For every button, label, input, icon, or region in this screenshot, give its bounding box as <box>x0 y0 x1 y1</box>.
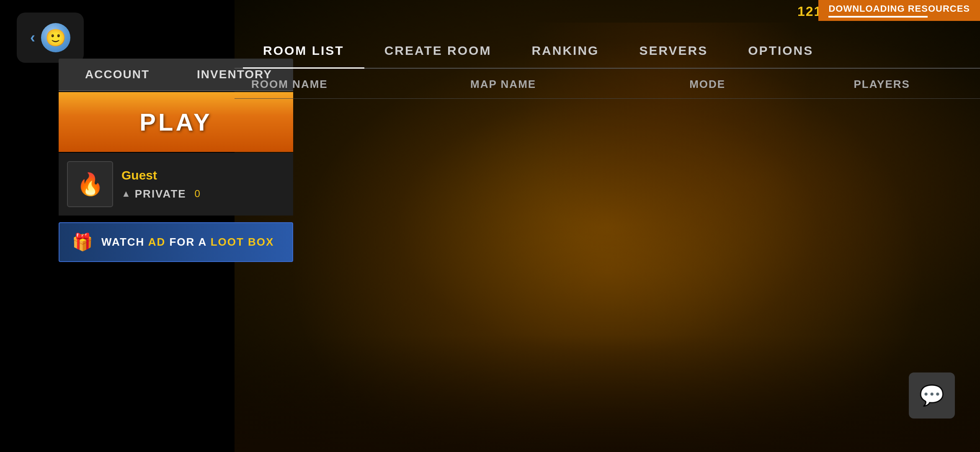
rank-number: 0 <box>195 188 200 200</box>
back-icon[interactable]: ‹ <box>30 29 35 46</box>
loot-banner-text: WATCH AD FOR A LOOT BOX <box>101 236 274 249</box>
rank-label: PRIVATE <box>135 187 186 200</box>
rank-chevron-icon: ▲ <box>121 188 131 199</box>
downloading-text: DOWNLOADING RESOURCES <box>828 3 970 14</box>
user-avatar-box: 🔥 <box>67 161 113 207</box>
col-map-name: MAP NAME <box>470 78 689 91</box>
loot-box-icon: 🎁 <box>72 232 93 252</box>
tab-ranking[interactable]: RANKING <box>511 33 619 68</box>
loot-highlight: LOOT BOX <box>211 236 274 248</box>
col-room-name: ROOM NAME <box>251 78 470 91</box>
loot-box-banner[interactable]: 🎁 WATCH AD FOR A LOOT BOX <box>59 222 293 262</box>
weapon-overlay <box>235 335 980 452</box>
tab-create-room[interactable]: CREATE ROOM <box>364 33 512 68</box>
tab-servers[interactable]: SERVERS <box>619 33 728 68</box>
col-mode: MODE <box>689 78 854 91</box>
ad-highlight: AD <box>148 236 166 248</box>
avatar: 🙂 <box>41 23 70 52</box>
nav-tabs: ROOM LIST CREATE ROOM RANKING SERVERS OP… <box>235 33 980 69</box>
tab-room-list[interactable]: ROOM LIST <box>243 33 364 68</box>
tab-account[interactable]: ACCOUNT <box>59 59 176 91</box>
avatar-face-icon: 🙂 <box>45 28 66 48</box>
download-progress-bar <box>828 16 927 18</box>
table-body <box>235 99 980 224</box>
tab-options[interactable]: OPTIONS <box>728 33 833 68</box>
downloading-banner: DOWNLOADING RESOURCES <box>818 0 980 21</box>
chat-icon: 💬 <box>919 384 944 407</box>
table-header: ROOM NAME MAP NAME MODE PLAYERS <box>235 70 980 99</box>
col-players: PLAYERS <box>854 78 963 91</box>
right-panel: ROOM LIST CREATE ROOM RANKING SERVERS OP… <box>235 33 980 224</box>
back-area: ‹ 🙂 <box>17 13 84 63</box>
chat-button[interactable]: 💬 <box>909 372 955 419</box>
